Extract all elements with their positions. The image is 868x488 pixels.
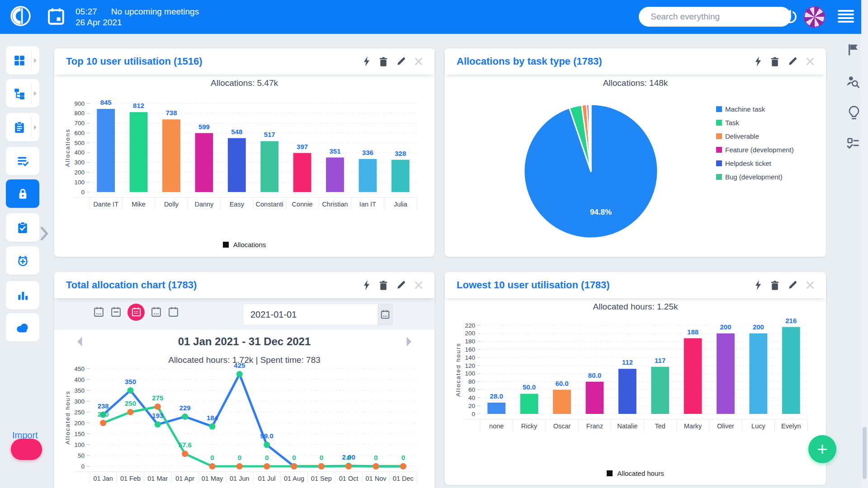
trash-icon[interactable] [379, 281, 387, 290]
calendar-year-icon[interactable] [168, 306, 179, 318]
svg-text:351: 351 [329, 147, 340, 155]
svg-text:Marky: Marky [684, 422, 702, 430]
tree-icon [14, 88, 25, 99]
todo-list-icon[interactable] [846, 137, 860, 152]
bar-chart-icon [17, 289, 29, 301]
legend-swatch [607, 470, 613, 476]
sidebar-item-reports[interactable] [6, 281, 39, 310]
trash-icon[interactable] [771, 57, 779, 66]
svg-text:229: 229 [179, 404, 191, 412]
prev-period-arrow[interactable] [76, 336, 83, 350]
sidebar-item-projects-tree[interactable] [6, 79, 39, 108]
sidebar-item-approvals[interactable] [6, 213, 39, 242]
edit-icon[interactable] [396, 281, 406, 290]
sidebar-expand-chevron[interactable] [40, 226, 49, 243]
svg-text:40: 40 [468, 394, 475, 401]
svg-text:450: 450 [74, 366, 85, 372]
svg-text:812: 812 [133, 102, 144, 109]
bolt-icon[interactable] [755, 280, 762, 290]
edit-icon[interactable] [788, 57, 797, 66]
bolt-icon[interactable] [755, 56, 762, 66]
chevron-right-icon [33, 125, 38, 130]
bolt-icon[interactable] [363, 56, 370, 66]
power-icon[interactable] [783, 9, 798, 26]
svg-text:140: 140 [465, 354, 475, 361]
card-title: Lowest 10 user utilisation (1783) [457, 279, 610, 291]
close-icon[interactable] [806, 57, 814, 66]
add-button[interactable]: + [808, 435, 836, 463]
svg-text:50.0: 50.0 [523, 383, 536, 391]
svg-text:Ricky: Ricky [521, 422, 538, 430]
timer-add-icon [17, 254, 29, 267]
scrollbar-thumb[interactable] [863, 427, 867, 479]
scrollbar-track [861, 0, 868, 488]
svg-text:Allocated hours: Allocated hours [455, 343, 462, 397]
svg-text:01 Sep: 01 Sep [311, 475, 332, 482]
next-period-arrow[interactable] [406, 336, 413, 350]
date-input[interactable] [243, 304, 377, 325]
svg-text:0: 0 [81, 189, 85, 196]
dashboard-icon [14, 55, 25, 66]
svg-text:Evelyn: Evelyn [781, 422, 801, 430]
svg-text:01 Feb: 01 Feb [120, 475, 141, 482]
svg-text:150: 150 [74, 431, 85, 437]
close-icon[interactable] [415, 57, 423, 66]
svg-text:0: 0 [347, 454, 350, 461]
clipboard-icon [14, 122, 25, 133]
svg-text:397: 397 [297, 143, 308, 150]
svg-text:425: 425 [234, 362, 245, 369]
user-search-icon[interactable] [845, 75, 860, 91]
close-icon[interactable] [806, 281, 814, 289]
close-icon[interactable] [415, 281, 423, 289]
card-allocations-by-type: Allocations by task type (1783) Allocati… [445, 48, 826, 257]
trash-icon[interactable] [771, 281, 779, 290]
svg-text:Christian: Christian [322, 201, 348, 208]
svg-text:200: 200 [98, 410, 109, 418]
allocation-line-chart: 050100150200250300350400450Allocated hou… [62, 362, 424, 488]
lock-icon [17, 188, 29, 200]
calendar-month-icon[interactable] [127, 304, 145, 321]
sidebar-item-resource-lock[interactable] [6, 179, 39, 208]
svg-text:none: none [489, 422, 504, 430]
svg-text:300: 300 [74, 398, 85, 405]
flag-icon[interactable] [846, 43, 860, 58]
trash-icon[interactable] [379, 57, 387, 66]
import-button[interactable] [11, 439, 42, 460]
sidebar-item-tasks[interactable] [6, 113, 39, 141]
svg-text:350: 350 [125, 378, 136, 385]
bolt-icon[interactable] [363, 280, 370, 290]
calendar-icon[interactable] [47, 7, 65, 27]
lowest10-bar-chart: 020406080100120140160180200220Allocated … [453, 314, 815, 441]
calendar-day-icon[interactable] [93, 306, 104, 318]
svg-text:250: 250 [125, 399, 136, 407]
clock-time: 05:27 [75, 7, 97, 16]
svg-text:20: 20 [468, 403, 475, 409]
card-top10-utilisation: Top 10 user utilisation (1516) Allocatio… [54, 48, 434, 257]
app-logo-icon[interactable] [10, 5, 31, 28]
svg-text:Allocated hours: Allocated hours [64, 390, 71, 445]
date-picker-button[interactable] [377, 304, 392, 325]
edit-icon[interactable] [788, 281, 797, 290]
sidebar-item-task-list[interactable] [6, 147, 39, 175]
search-input[interactable] [639, 7, 791, 27]
calendar-quarter-icon[interactable] [151, 306, 162, 318]
svg-text:193: 193 [152, 412, 163, 419]
lightbulb-icon[interactable] [847, 105, 861, 122]
svg-text:0: 0 [210, 454, 214, 461]
sidebar-item-dashboard[interactable] [6, 46, 39, 75]
svg-text:Dolly: Dolly [164, 201, 179, 208]
meetings-message: No upcoming meetings [111, 7, 199, 16]
svg-text:500: 500 [74, 140, 85, 146]
svg-text:900: 900 [74, 100, 85, 107]
svg-text:57.6: 57.6 [179, 441, 192, 449]
svg-text:0: 0 [238, 454, 241, 461]
sidebar-item-cloud[interactable] [6, 313, 39, 342]
list-check-icon [17, 155, 29, 167]
svg-text:01 Jun: 01 Jun [230, 475, 250, 482]
avatar[interactable] [804, 6, 825, 28]
sidebar-item-time-tracking[interactable] [6, 246, 39, 275]
edit-icon[interactable] [396, 57, 406, 66]
svg-text:50: 50 [78, 452, 85, 459]
calendar-week-icon[interactable] [110, 306, 122, 318]
menu-icon[interactable] [838, 10, 854, 24]
